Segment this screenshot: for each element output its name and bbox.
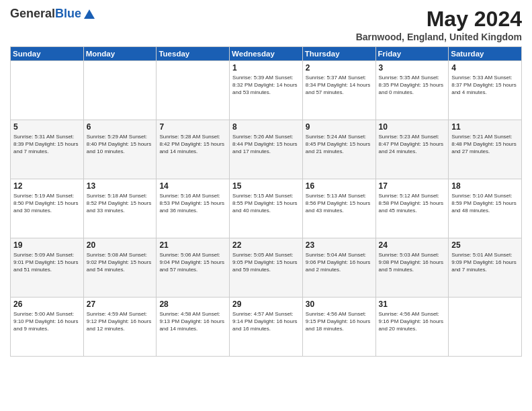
calendar-cell: 7Sunrise: 5:28 AM Sunset: 8:42 PM Daylig… (157, 120, 230, 179)
day-info: Sunrise: 5:09 AM Sunset: 9:01 PM Dayligh… (13, 251, 81, 274)
calendar-cell: 14Sunrise: 5:16 AM Sunset: 8:53 PM Dayli… (157, 179, 230, 238)
day-info: Sunrise: 5:37 AM Sunset: 8:34 PM Dayligh… (306, 74, 373, 97)
calendar-week-2: 12Sunrise: 5:19 AM Sunset: 8:50 PM Dayli… (11, 179, 522, 238)
calendar-cell: 11Sunrise: 5:21 AM Sunset: 8:48 PM Dayli… (449, 120, 522, 179)
calendar-cell: 8Sunrise: 5:26 AM Sunset: 8:44 PM Daylig… (230, 120, 303, 179)
calendar-cell (11, 61, 84, 120)
logo: GeneralBlue (10, 7, 95, 21)
day-number: 24 (379, 240, 446, 250)
day-number: 29 (232, 300, 300, 309)
calendar-cell: 21Sunrise: 5:06 AM Sunset: 9:04 PM Dayli… (157, 238, 230, 298)
calendar-cell: 30Sunrise: 4:56 AM Sunset: 9:15 PM Dayli… (302, 298, 375, 357)
month-title: May 2024 (356, 7, 522, 32)
calendar-cell: 28Sunrise: 4:58 AM Sunset: 9:13 PM Dayli… (157, 298, 230, 357)
day-info: Sunrise: 5:01 AM Sunset: 9:09 PM Dayligh… (451, 251, 519, 274)
day-info: Sunrise: 5:03 AM Sunset: 9:08 PM Dayligh… (379, 251, 446, 274)
calendar-cell: 13Sunrise: 5:18 AM Sunset: 8:52 PM Dayli… (83, 179, 157, 238)
day-number: 2 (306, 63, 373, 73)
col-sunday: Sunday (11, 47, 84, 61)
day-number: 28 (159, 300, 226, 309)
day-number: 14 (159, 181, 226, 191)
calendar-cell: 31Sunrise: 4:56 AM Sunset: 9:16 PM Dayli… (375, 298, 449, 357)
calendar-cell: 19Sunrise: 5:09 AM Sunset: 9:01 PM Dayli… (11, 238, 84, 298)
calendar-cell: 25Sunrise: 5:01 AM Sunset: 9:09 PM Dayli… (449, 238, 522, 298)
day-number: 12 (13, 181, 81, 191)
day-number: 18 (451, 181, 519, 191)
day-info: Sunrise: 4:59 AM Sunset: 9:12 PM Dayligh… (87, 310, 154, 333)
calendar-cell: 22Sunrise: 5:05 AM Sunset: 9:05 PM Dayli… (230, 238, 303, 298)
day-number: 25 (451, 240, 519, 250)
day-info: Sunrise: 5:05 AM Sunset: 9:05 PM Dayligh… (232, 251, 300, 274)
calendar-cell: 10Sunrise: 5:23 AM Sunset: 8:47 PM Dayli… (375, 120, 449, 179)
col-monday: Monday (83, 47, 157, 61)
day-number: 9 (306, 122, 373, 132)
day-number: 21 (159, 240, 226, 250)
day-number: 4 (451, 63, 519, 73)
col-thursday: Thursday (302, 47, 375, 61)
calendar-cell: 24Sunrise: 5:03 AM Sunset: 9:08 PM Dayli… (375, 238, 449, 298)
calendar-cell: 12Sunrise: 5:19 AM Sunset: 8:50 PM Dayli… (11, 179, 84, 238)
col-saturday: Saturday (449, 47, 522, 61)
title-block: May 2024 Barnwood, England, United Kingd… (356, 7, 522, 42)
day-info: Sunrise: 5:12 AM Sunset: 8:58 PM Dayligh… (379, 192, 446, 215)
calendar-cell: 20Sunrise: 5:08 AM Sunset: 9:02 PM Dayli… (83, 238, 157, 298)
day-number: 3 (379, 63, 446, 73)
day-info: Sunrise: 5:28 AM Sunset: 8:42 PM Dayligh… (159, 133, 226, 156)
col-friday: Friday (375, 47, 449, 61)
calendar-cell: 9Sunrise: 5:24 AM Sunset: 8:45 PM Daylig… (302, 120, 375, 179)
calendar-cell: 18Sunrise: 5:10 AM Sunset: 8:59 PM Dayli… (449, 179, 522, 238)
calendar-cell: 1Sunrise: 5:39 AM Sunset: 8:32 PM Daylig… (230, 61, 303, 120)
day-info: Sunrise: 5:24 AM Sunset: 8:45 PM Dayligh… (306, 133, 373, 156)
day-number: 23 (306, 240, 373, 250)
day-info: Sunrise: 5:33 AM Sunset: 8:37 PM Dayligh… (451, 74, 519, 97)
col-tuesday: Tuesday (157, 47, 230, 61)
day-info: Sunrise: 5:19 AM Sunset: 8:50 PM Dayligh… (13, 192, 81, 215)
calendar-cell: 17Sunrise: 5:12 AM Sunset: 8:58 PM Dayli… (375, 179, 449, 238)
calendar-cell (449, 298, 522, 357)
day-number: 19 (13, 240, 81, 250)
day-number: 7 (159, 122, 226, 132)
day-number: 16 (306, 181, 373, 191)
calendar-cell: 6Sunrise: 5:29 AM Sunset: 8:40 PM Daylig… (83, 120, 157, 179)
calendar-cell: 26Sunrise: 5:00 AM Sunset: 9:10 PM Dayli… (11, 298, 84, 357)
calendar-table: Sunday Monday Tuesday Wednesday Thursday… (10, 46, 522, 357)
calendar-cell: 5Sunrise: 5:31 AM Sunset: 8:39 PM Daylig… (11, 120, 84, 179)
day-number: 5 (13, 122, 81, 132)
day-info: Sunrise: 5:16 AM Sunset: 8:53 PM Dayligh… (159, 192, 226, 215)
day-info: Sunrise: 5:15 AM Sunset: 8:55 PM Dayligh… (232, 192, 300, 215)
calendar-week-0: 1Sunrise: 5:39 AM Sunset: 8:32 PM Daylig… (11, 61, 522, 120)
day-info: Sunrise: 5:06 AM Sunset: 9:04 PM Dayligh… (159, 251, 226, 274)
calendar-cell: 2Sunrise: 5:37 AM Sunset: 8:34 PM Daylig… (302, 61, 375, 120)
location: Barnwood, England, United Kingdom (356, 32, 522, 42)
calendar-cell (157, 61, 230, 120)
logo-icon (83, 8, 95, 20)
day-info: Sunrise: 5:21 AM Sunset: 8:48 PM Dayligh… (451, 133, 519, 156)
day-number: 31 (379, 300, 446, 309)
calendar-cell: 4Sunrise: 5:33 AM Sunset: 8:37 PM Daylig… (449, 61, 522, 120)
day-number: 27 (87, 300, 154, 309)
day-info: Sunrise: 5:23 AM Sunset: 8:47 PM Dayligh… (379, 133, 446, 156)
day-info: Sunrise: 4:58 AM Sunset: 9:13 PM Dayligh… (159, 310, 226, 333)
calendar-cell: 23Sunrise: 5:04 AM Sunset: 9:06 PM Dayli… (302, 238, 375, 298)
day-number: 26 (13, 300, 81, 309)
calendar-cell (83, 61, 157, 120)
day-number: 13 (87, 181, 154, 191)
day-number: 1 (232, 63, 300, 73)
day-info: Sunrise: 5:13 AM Sunset: 8:56 PM Dayligh… (306, 192, 373, 215)
header-row: Sunday Monday Tuesday Wednesday Thursday… (11, 47, 522, 61)
day-info: Sunrise: 5:31 AM Sunset: 8:39 PM Dayligh… (13, 133, 81, 156)
day-number: 6 (87, 122, 154, 132)
day-info: Sunrise: 4:56 AM Sunset: 9:15 PM Dayligh… (306, 310, 373, 333)
day-info: Sunrise: 4:56 AM Sunset: 9:16 PM Dayligh… (379, 310, 446, 333)
calendar-cell: 29Sunrise: 4:57 AM Sunset: 9:14 PM Dayli… (230, 298, 303, 357)
col-wednesday: Wednesday (230, 47, 303, 61)
day-info: Sunrise: 5:04 AM Sunset: 9:06 PM Dayligh… (306, 251, 373, 274)
logo-general: GeneralBlue (10, 7, 81, 21)
day-number: 8 (232, 122, 300, 132)
calendar-week-4: 26Sunrise: 5:00 AM Sunset: 9:10 PM Dayli… (11, 298, 522, 357)
calendar-cell: 16Sunrise: 5:13 AM Sunset: 8:56 PM Dayli… (302, 179, 375, 238)
day-number: 20 (87, 240, 154, 250)
calendar-week-3: 19Sunrise: 5:09 AM Sunset: 9:01 PM Dayli… (11, 238, 522, 298)
day-info: Sunrise: 5:18 AM Sunset: 8:52 PM Dayligh… (87, 192, 154, 215)
day-info: Sunrise: 5:00 AM Sunset: 9:10 PM Dayligh… (13, 310, 81, 333)
